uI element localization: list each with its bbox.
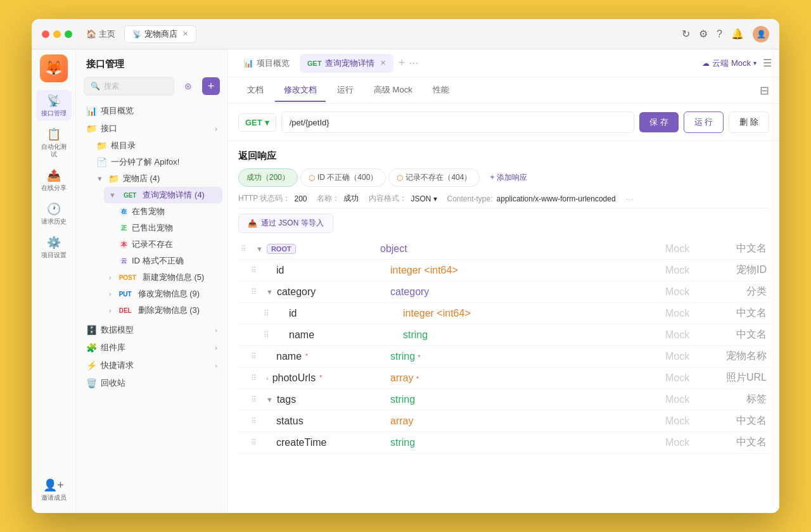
field-name-category-name: name	[289, 329, 314, 341]
close-tab-query[interactable]: ✕	[380, 59, 386, 67]
tab-performance-label: 性能	[433, 85, 449, 94]
close-tab-icon[interactable]: ✕	[182, 30, 188, 38]
drag-handle-status[interactable]: ⠿	[251, 417, 261, 426]
gear-icon[interactable]: ⚙	[699, 28, 708, 40]
resp-tab-404[interactable]: ⬡ 记录不存在（404）	[388, 168, 480, 187]
method-post-badge: POST	[117, 274, 139, 282]
sidebar-item-overview[interactable]: 📊 项目概览	[81, 102, 222, 120]
sidebar-item-quick-request[interactable]: ⚡ 快捷请求 ›	[81, 357, 222, 374]
schema-mock-root[interactable]: Mock	[665, 243, 716, 255]
drag-handle-cat-name[interactable]: ⠿	[264, 331, 274, 339]
user-avatar[interactable]: 👤	[753, 26, 769, 42]
maximize-button[interactable]	[65, 30, 72, 38]
search-input[interactable]: 🔍 搜索	[84, 77, 174, 96]
pet-shop-tab[interactable]: 📡 宠物商店 ✕	[124, 25, 196, 43]
close-button[interactable]	[42, 30, 49, 38]
sidebar-item-api-group[interactable]: 📁 接口 ›	[81, 120, 222, 137]
tab-project-overview[interactable]: 📊 项目概览	[236, 54, 297, 73]
tab-edit-doc[interactable]: 修改文档	[275, 79, 326, 102]
drag-handle-category[interactable]: ⠿	[251, 288, 261, 296]
tab-performance[interactable]: 性能	[424, 79, 458, 102]
import-json-button[interactable]: 📥 通过 JSON 等导入	[238, 213, 333, 233]
help-icon[interactable]: ?	[717, 28, 722, 40]
schema-mock-category[interactable]: Mock	[665, 286, 716, 298]
format-value: JSON	[411, 194, 431, 203]
more-tabs-icon[interactable]: ···	[409, 56, 418, 70]
resp-tab-success[interactable]: 成功（200）	[238, 168, 298, 187]
resp-tab-add[interactable]: + 添加响应	[482, 169, 534, 186]
save-button[interactable]: 保 存	[639, 112, 679, 132]
sidebar-item-apifox[interactable]: 📄 一分钟了解 Apifox!	[91, 154, 222, 170]
add-tab-icon[interactable]: +	[399, 56, 406, 70]
titlebar-actions: ↻ ⚙ ? 🔔 👤	[682, 26, 769, 42]
add-button[interactable]: +	[202, 77, 220, 95]
sidebar-item-sold[interactable]: 正 已售出宠物	[114, 220, 222, 236]
home-tab[interactable]: 🏠 主页	[80, 26, 122, 42]
sidebar-item-petshop[interactable]: ▼ 📁 宠物店 (4)	[91, 170, 222, 187]
schema-mock-photo-urls[interactable]: Mock	[665, 372, 716, 384]
tab-run[interactable]: 运行	[328, 79, 362, 102]
drag-handle-cat-id[interactable]: ⠿	[264, 309, 274, 318]
drag-handle-photo[interactable]: ⠿	[251, 374, 261, 383]
resp-tab-400[interactable]: ⬡ ID 不正确（400）	[300, 168, 386, 187]
filter-button[interactable]: ⊛	[179, 77, 197, 95]
more-button[interactable]: ☰	[763, 57, 772, 69]
schema-mock-tags[interactable]: Mock	[665, 394, 716, 405]
drag-handle-create-time[interactable]: ⠿	[251, 438, 261, 447]
bell-icon[interactable]: 🔔	[731, 28, 744, 40]
sidebar-item-root[interactable]: 📁 根目录	[91, 137, 222, 154]
rail-item-history[interactable]: 🕐 请求历史	[36, 198, 72, 229]
schema-mock-id[interactable]: Mock	[665, 265, 716, 276]
sidebar-item-components[interactable]: 🧩 组件库 ›	[81, 339, 222, 357]
schema-mock-name[interactable]: Mock	[665, 351, 716, 362]
schema-type-category-id: integer <int64>	[403, 308, 665, 319]
sidebar-item-delete-pet[interactable]: › DEL 删除宠物信息 (3)	[104, 302, 222, 319]
url-input[interactable]	[281, 111, 634, 133]
sidebar-item-query-pet[interactable]: ▼ GET 查询宠物详情 (4)	[104, 187, 222, 203]
detail-more-icon[interactable]: ···	[626, 194, 634, 204]
content-tabs-right: ☁ 云端 Mock ▾ ☰	[702, 57, 772, 69]
schema-mock-cat-id[interactable]: Mock	[665, 308, 716, 319]
schema-mock-create-time[interactable]: Mock	[665, 437, 716, 448]
method-select[interactable]: GET ▾	[238, 113, 276, 132]
response-section-title: 返回响应	[238, 141, 769, 168]
rail-item-settings[interactable]: ⚙️ 项目设置	[36, 232, 72, 263]
rail-item-invite[interactable]: 👤+ 邀请成员	[36, 474, 72, 505]
drag-handle-id[interactable]: ⠿	[251, 266, 261, 275]
drag-handle-root[interactable]: ⠿	[241, 244, 251, 253]
delete-button[interactable]: 删 除	[729, 111, 769, 133]
expand-photo-icon[interactable]: ›	[266, 374, 269, 382]
schema-row-category-id: ⠿ id integer <int64> Mock 中文名	[238, 303, 769, 324]
tab-doc[interactable]: 文档	[238, 79, 272, 102]
refresh-icon[interactable]: ↻	[682, 28, 690, 40]
split-view-icon[interactable]: ⊟	[760, 84, 769, 97]
expand-tags-icon[interactable]: ▼	[266, 396, 273, 403]
components-arrow: ›	[215, 344, 217, 352]
schema-mock-status[interactable]: Mock	[665, 415, 716, 427]
sidebar-item-models[interactable]: 🗄️ 数据模型 ›	[81, 321, 222, 339]
rail-history-label: 请求历史	[41, 218, 67, 225]
method-del-badge: DEL	[117, 307, 134, 315]
run-button[interactable]: 运 行	[684, 111, 724, 133]
tab-advanced-mock-label: 高级 Mock	[374, 85, 412, 94]
rail-item-automation[interactable]: 📋 自动化测试	[36, 124, 72, 162]
drag-handle-tags[interactable]: ⠿	[251, 395, 261, 404]
rail-item-share[interactable]: 📤 在线分享	[36, 165, 72, 196]
tab-query-pet[interactable]: GET 查询宠物详情 ✕	[300, 54, 393, 73]
sidebar-item-available[interactable]: 在 在售宠物	[114, 203, 222, 220]
expand-category-icon[interactable]: ▼	[266, 288, 273, 296]
schema-mock-cat-name[interactable]: Mock	[665, 329, 716, 341]
sidebar-item-not-found[interactable]: 本 记录不存在	[114, 236, 222, 253]
drag-handle-name[interactable]: ⠿	[251, 352, 261, 361]
format-select[interactable]: JSON ▾	[411, 194, 437, 203]
sidebar-item-update-pet[interactable]: › PUT 修改宠物信息 (9)	[104, 286, 222, 302]
minimize-button[interactable]	[53, 30, 61, 38]
rail-item-api[interactable]: 📡 接口管理	[36, 90, 72, 121]
sidebar-item-trash[interactable]: 🗑️ 回收站	[81, 374, 222, 392]
sidebar-item-create-pet[interactable]: › POST 新建宠物信息 (5)	[104, 269, 222, 286]
cloud-mock-button[interactable]: ☁ 云端 Mock ▾	[702, 58, 757, 69]
tab-advanced-mock[interactable]: 高级 Mock	[365, 79, 421, 102]
schema-name-photo-urls: ⠿ › photoUrls *	[251, 372, 390, 384]
sidebar-item-invalid-id[interactable]: 云 ID 格式不正确	[114, 253, 222, 269]
expand-root-icon[interactable]: ▼	[256, 245, 263, 253]
